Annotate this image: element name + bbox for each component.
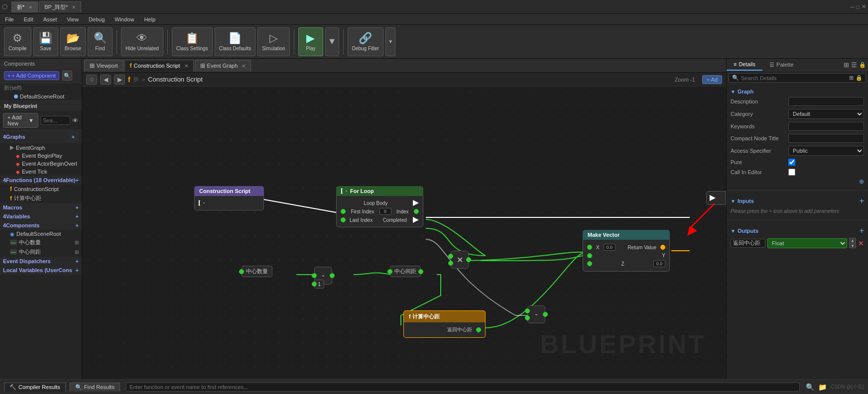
menu-file[interactable]: File <box>3 15 16 23</box>
find-settings-icon[interactable]: 📁 <box>818 383 827 391</box>
minimize-btn[interactable]: ─ <box>851 4 855 10</box>
event-dispatchers-section[interactable]: Event Dispatchers + <box>0 257 82 266</box>
construction-script-tab-close[interactable]: ✕ <box>184 63 188 69</box>
bookmark-button[interactable]: ☆ <box>86 75 97 85</box>
search-lock-icon[interactable]: 🔒 <box>856 75 863 81</box>
add-graph-icon[interactable]: + <box>68 132 79 142</box>
keywords-input[interactable] <box>788 122 864 131</box>
fl-index-output-pin[interactable] <box>414 209 419 214</box>
maximize-btn[interactable]: □ <box>856 4 860 10</box>
find-references-input[interactable] <box>126 383 800 392</box>
save-button[interactable]: 💾 Save <box>33 27 58 56</box>
simulation-button[interactable]: ▷ Simulation <box>257 27 290 56</box>
output-type-select[interactable]: Float <box>767 238 847 248</box>
add-dispatcher-icon[interactable]: + <box>76 258 79 264</box>
pure-checkbox[interactable] <box>788 159 795 166</box>
category-select[interactable]: Default <box>788 109 864 119</box>
minus1-out-pin[interactable] <box>330 273 335 278</box>
forward-button[interactable]: ▶ <box>114 75 125 85</box>
move-output-up-button[interactable]: ▲ <box>849 238 856 243</box>
rp1-exec-pin[interactable] <box>710 195 716 201</box>
add-variable-icon[interactable]: + <box>76 213 79 219</box>
debug-filter-button[interactable]: 🔗 Debug Filter <box>348 27 383 56</box>
mv-y-pin[interactable] <box>587 253 592 258</box>
delete-output-button[interactable]: ✕ <box>858 239 864 247</box>
find-search-icon[interactable]: 🔍 <box>806 383 814 391</box>
tab-2[interactable]: BP_阵型* ✕ <box>39 1 81 12</box>
menu-window[interactable]: Window <box>113 15 136 23</box>
add-macro-icon[interactable]: + <box>76 204 79 210</box>
menu-edit[interactable]: Edit <box>22 15 35 23</box>
construction-script-fn-item[interactable]: f ConstructionScript <box>0 185 82 194</box>
center-count-item[interactable]: — 中心数量 ⊞ <box>0 238 82 247</box>
add-function-icon[interactable]: + <box>76 177 79 183</box>
fl-exec-input-pin[interactable] <box>341 188 347 194</box>
add-input-button[interactable]: + <box>860 197 864 205</box>
play-button[interactable]: ▶ Play <box>298 27 323 56</box>
menu-asset[interactable]: Asset <box>41 15 59 23</box>
components-tree-section[interactable]: 4Components + <box>0 221 82 230</box>
mv-return-pin[interactable] <box>660 245 665 250</box>
event-graph-item[interactable]: ▶ EventGraph <box>0 143 82 152</box>
construction-script-tab[interactable]: f Construction Script ✕ <box>124 60 194 72</box>
details-search-input[interactable] <box>741 75 847 81</box>
hide-unrelated-button[interactable]: 👁 Hide Unrelated <box>121 27 163 56</box>
functions-section[interactable]: 4Functions (18 Overridable) + <box>0 176 82 185</box>
variables-section[interactable]: 4Variables + <box>0 212 82 221</box>
add-new-button[interactable]: + Add New ▼ <box>3 113 38 128</box>
minus2-out-pin[interactable] <box>543 312 548 317</box>
rp-grid-icon[interactable]: ⊞ <box>844 61 849 69</box>
calc-return-pin[interactable] <box>476 327 481 332</box>
compile-button[interactable]: ⚙ Compile <box>4 27 31 56</box>
mult-in1-pin[interactable] <box>448 254 453 259</box>
blueprint-canvas[interactable]: BLUEPRINT <box>82 87 726 379</box>
center-dist-out-pin[interactable] <box>387 269 392 274</box>
compact-node-title-input[interactable] <box>788 134 864 143</box>
output-name-input[interactable] <box>731 239 765 248</box>
add-local-var-icon[interactable]: + <box>76 267 79 273</box>
mv-z-pin[interactable] <box>587 261 592 266</box>
components-search-icon[interactable]: 🔍 <box>62 71 72 81</box>
event-graph-tab-close[interactable]: ✕ <box>242 63 246 69</box>
add-node-button[interactable]: + Ad <box>702 75 722 84</box>
default-scene-root-item[interactable]: DefaultSceneRoot <box>0 93 82 100</box>
minus2-in1-pin[interactable] <box>525 308 530 313</box>
move-output-down-button[interactable]: ▼ <box>849 243 856 248</box>
search-expand-icon[interactable]: ⊞ <box>849 75 854 81</box>
tab-2-close[interactable]: ✕ <box>72 4 76 10</box>
event-actor-begin-item[interactable]: ◆ Event ActorBeginOverl <box>0 160 82 168</box>
rp-list-icon[interactable]: ☰ <box>851 61 857 69</box>
play-dropdown-arrow[interactable]: ▼ <box>328 36 337 47</box>
add-component-button[interactable]: + + Add Component <box>4 71 59 80</box>
rp-lock-icon[interactable]: 🔒 <box>859 62 866 68</box>
event-graph-tab[interactable]: ⊞ Event Graph ✕ <box>195 60 251 72</box>
cs-exec-pin[interactable] <box>199 200 205 206</box>
tab-1[interactable]: 折* ✕ <box>11 1 38 12</box>
fl-first-index-input-pin[interactable] <box>341 209 346 214</box>
menu-help[interactable]: Help <box>142 15 157 23</box>
find-results-tab[interactable]: 🔍 Find Results <box>70 383 120 392</box>
components-header[interactable]: Components <box>0 59 82 69</box>
description-input[interactable] <box>788 97 864 106</box>
fl-loop-body-pin[interactable] <box>413 200 419 206</box>
my-blueprint-header[interactable]: My Blueprint <box>0 101 82 111</box>
call-in-editor-checkbox[interactable] <box>788 169 795 176</box>
compiler-results-tab[interactable]: 🔨 Compiler Results <box>4 383 66 392</box>
event-tick-item[interactable]: ◆ Event Tick <box>0 168 82 176</box>
palette-tab[interactable]: ☰ Palette <box>762 59 800 71</box>
class-defaults-button[interactable]: 📄 Class Defaults <box>215 27 255 56</box>
fl-last-index-pin[interactable] <box>341 217 346 222</box>
close-btn[interactable]: ✕ <box>862 3 866 10</box>
event-begin-play-item[interactable]: ◆ Event BeginPlay <box>0 152 82 160</box>
graphs-section[interactable]: 4Graphs + <box>0 130 82 143</box>
minus1-in-pin[interactable] <box>312 273 317 278</box>
num1-out-pin[interactable] <box>312 282 317 287</box>
back-button[interactable]: ◀ <box>100 75 111 85</box>
minus2-in2-pin[interactable] <box>525 315 530 320</box>
graph-section-header[interactable]: ▼ Graph <box>731 87 864 96</box>
calc-fn-item[interactable]: f 计算中心距 <box>0 194 82 203</box>
browse-button[interactable]: 📂 Browse <box>60 27 86 56</box>
details-tab[interactable]: ≡ Details <box>727 59 762 71</box>
fl-completed-pin[interactable] <box>413 217 419 223</box>
macros-section[interactable]: Macros + <box>0 203 82 212</box>
